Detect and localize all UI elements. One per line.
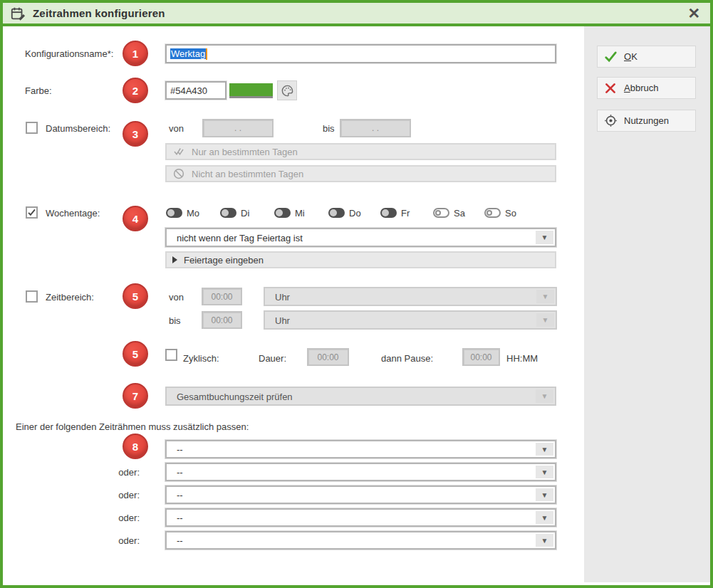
- or-label: oder:: [88, 512, 140, 524]
- toggle-knob: [330, 209, 337, 216]
- booking-check-dropdown[interactable]: Gesamtbuchungszeit prüfen ▼: [165, 387, 556, 406]
- day-label-di: Di: [241, 207, 249, 219]
- toggle-knob: [167, 209, 175, 216]
- holiday-rule-value: nicht wenn der Tag Feiertag ist: [177, 232, 303, 243]
- day-label-mo: Mo: [187, 207, 199, 219]
- timeframe-config-dialog: Zeitrahmen konfigurieren ✕ Konfiguration…: [0, 0, 713, 588]
- chevron-down-icon: ▼: [536, 534, 553, 547]
- color-hex-input[interactable]: #54A430: [165, 81, 227, 100]
- date-to-input[interactable]: . .: [340, 119, 411, 137]
- time-from-unit-value: Uhr: [275, 291, 290, 302]
- date-to-label: bis: [323, 122, 335, 135]
- or-label: oder:: [88, 489, 140, 501]
- extra-slot-2-value: --: [177, 467, 183, 478]
- calendar-edit-icon: [10, 6, 26, 21]
- day-label-fr: Fr: [401, 207, 410, 219]
- time-from-unit-dropdown[interactable]: Uhr ▼: [264, 287, 557, 306]
- day-label-mi: Mi: [295, 207, 305, 219]
- ok-label: OK: [624, 51, 637, 62]
- step-badge-cyclic: 5: [123, 341, 148, 367]
- date-from-input[interactable]: . .: [202, 119, 274, 137]
- config-name-input[interactable]: Werktag: [165, 44, 556, 63]
- duration-input[interactable]: 00:00: [307, 348, 349, 366]
- day-label-so: So: [505, 207, 516, 219]
- toggle-knob: [276, 209, 283, 216]
- x-icon: [603, 81, 618, 95]
- day-label-sa: Sa: [454, 207, 465, 219]
- step-badge-5: 5: [123, 283, 148, 309]
- name-label: Konfigurationsname*:: [25, 48, 113, 60]
- toggle-knob: [222, 209, 229, 216]
- toggle-sa[interactable]: [433, 208, 449, 218]
- or-label: oder:: [88, 466, 140, 478]
- not-specific-days-label: Nicht an bestimmten Tagen: [192, 169, 303, 179]
- chevron-down-icon: ▼: [536, 511, 553, 524]
- toggle-di[interactable]: [220, 208, 236, 218]
- time-to-input[interactable]: 00:00: [202, 311, 242, 329]
- enter-holidays-button[interactable]: Feiertage eingeben: [165, 251, 556, 268]
- holiday-rule-dropdown[interactable]: nicht wenn der Tag Feiertag ist ▼: [165, 228, 556, 247]
- cancel-label: Abbruch: [624, 83, 658, 93]
- time-range-checkbox[interactable]: [26, 290, 38, 303]
- date-from-label: von: [169, 122, 184, 135]
- close-icon[interactable]: ✕: [687, 6, 700, 21]
- cyclic-checkbox[interactable]: [165, 349, 177, 361]
- format-hint: HH:MM: [506, 352, 538, 364]
- expand-right-icon: [172, 256, 177, 263]
- time-to-unit-value: Uhr: [275, 315, 290, 325]
- chevron-down-icon: ▼: [536, 290, 554, 303]
- not-specific-days-button[interactable]: Nicht an bestimmten Tagen: [165, 165, 556, 182]
- time-from-input[interactable]: 00:00: [202, 288, 242, 305]
- usages-label: Nutzungen: [624, 115, 669, 126]
- toggle-do[interactable]: [328, 208, 345, 218]
- chevron-down-icon: ▼: [536, 231, 553, 244]
- weekdays-label: Wochentage:: [46, 207, 100, 219]
- selected-text: Werktag: [170, 48, 206, 59]
- color-picker-button[interactable]: [277, 80, 297, 100]
- only-specific-days-button[interactable]: Nur an bestimmten Tagen: [165, 143, 556, 160]
- dialog-body: Konfigurationsname*: 1 Werktag Farbe: 2 …: [3, 26, 710, 582]
- usages-button[interactable]: Nutzungen: [597, 110, 696, 132]
- color-swatch[interactable]: [229, 83, 273, 98]
- title-bar: Zeitrahmen konfigurieren ✕: [3, 3, 710, 26]
- extra-slot-5-dropdown[interactable]: -- ▼: [165, 531, 556, 550]
- toggle-knob: [435, 210, 441, 216]
- chevron-down-icon: ▼: [536, 313, 554, 327]
- target-icon: [603, 114, 618, 128]
- chevron-down-icon: ▼: [536, 443, 553, 456]
- cyclic-label: Zyklisch:: [183, 352, 219, 364]
- toggle-fr[interactable]: [380, 208, 397, 218]
- extra-slot-4-value: --: [177, 513, 183, 523]
- step-badge-4: 4: [123, 206, 148, 231]
- time-range-label: Zeitbereich:: [46, 291, 94, 303]
- toggle-knob: [486, 210, 492, 216]
- check-icon: [27, 208, 36, 217]
- booking-check-value: Gesamtbuchungszeit prüfen: [177, 391, 293, 401]
- extra-slot-3-value: --: [177, 490, 183, 500]
- extra-slot-4-dropdown[interactable]: -- ▼: [165, 508, 556, 527]
- time-from-label: von: [169, 291, 184, 303]
- text-caret: [206, 48, 207, 60]
- time-to-label: bis: [169, 315, 181, 327]
- ok-button[interactable]: OK: [597, 46, 696, 68]
- extra-slot-3-dropdown[interactable]: -- ▼: [165, 485, 556, 504]
- or-label: oder:: [88, 535, 140, 547]
- double-check-icon: [172, 145, 185, 158]
- extra-slot-5-value: --: [177, 535, 183, 546]
- step-badge-2: 2: [123, 78, 148, 103]
- extra-slot-1-dropdown[interactable]: -- ▼: [165, 440, 556, 458]
- step-badge-7: 7: [123, 383, 148, 409]
- date-range-checkbox[interactable]: [26, 122, 38, 134]
- toggle-so[interactable]: [484, 208, 501, 218]
- time-to-unit-dropdown[interactable]: Uhr ▼: [264, 310, 557, 330]
- extra-slot-2-dropdown[interactable]: -- ▼: [165, 463, 556, 481]
- step-badge-8: 8: [123, 434, 148, 459]
- toggle-mo[interactable]: [166, 208, 182, 218]
- extra-timeframes-heading: Einer der folgenden Zeiträhmen muss zusä…: [16, 421, 249, 433]
- extra-slot-1-value: --: [177, 444, 183, 455]
- date-range-label: Datumsbereich:: [46, 122, 110, 135]
- weekdays-checkbox[interactable]: [26, 206, 38, 219]
- cancel-button[interactable]: Abbruch: [597, 77, 696, 99]
- pause-input[interactable]: 00:00: [462, 348, 500, 366]
- toggle-mi[interactable]: [274, 208, 291, 218]
